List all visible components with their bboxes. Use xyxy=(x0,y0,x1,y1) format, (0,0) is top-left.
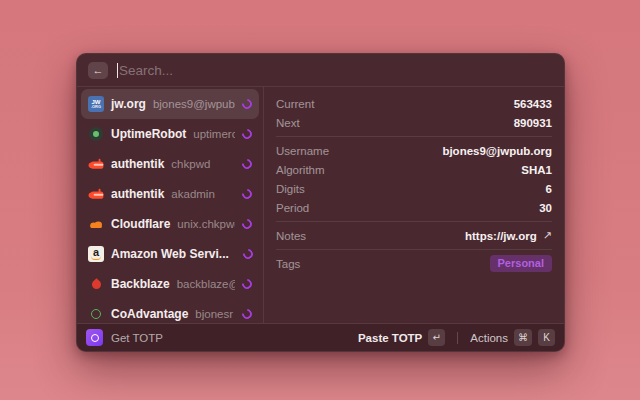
account-subtitle: bjonesr xyxy=(195,308,235,320)
list-item[interactable]: Cloudflareunix.chkpwd... xyxy=(81,209,259,239)
detail-row: Next890931 xyxy=(276,113,552,132)
detail-row: Current563433 xyxy=(276,94,552,113)
account-list: JW.ORGjw.orgbjones9@jwpub.orgUptimeRobot… xyxy=(77,87,264,323)
detail-panel: Current563433Next890931Usernamebjones9@j… xyxy=(264,87,564,323)
account-subtitle: unix.chkpwd... xyxy=(177,218,235,230)
cloudflare-icon xyxy=(88,216,104,232)
actions-menu-button[interactable]: Actions ⌘ K xyxy=(470,329,555,346)
coadvantage-icon xyxy=(88,306,104,322)
detail-value: 890931 xyxy=(514,117,552,129)
content-area: JW.ORGjw.orgbjones9@jwpub.orgUptimeRobot… xyxy=(77,86,564,324)
detail-value: 6 xyxy=(546,183,552,195)
action-footer: Get TOTP Paste TOTP ↵ Actions ⌘ K xyxy=(77,324,564,351)
detail-section: Usernamebjones9@jwpub.orgAlgorithmSHA1Di… xyxy=(276,136,552,221)
totp-countdown-icon xyxy=(240,187,254,201)
tag-badge[interactable]: Personal xyxy=(490,255,552,272)
list-item[interactable]: aAmazon Web Servi...aws1 xyxy=(81,239,259,269)
account-title: Cloudflare xyxy=(111,217,170,231)
account-title: authentik xyxy=(111,157,164,171)
enter-key-icon: ↵ xyxy=(428,329,445,346)
detail-row: TagsPersonal xyxy=(276,254,552,273)
account-subtitle: bjones9@jwpub.org xyxy=(153,98,235,110)
totp-countdown-icon xyxy=(240,127,254,141)
cmd-key-icon: ⌘ xyxy=(514,329,532,346)
list-item[interactable]: authentikchkpwd xyxy=(81,149,259,179)
account-title: Amazon Web Servi... xyxy=(111,247,229,261)
list-item[interactable]: UptimeRobotuptimerobo... xyxy=(81,119,259,149)
account-title: CoAdvantage xyxy=(111,307,188,321)
totp-countdown-icon xyxy=(240,157,254,171)
detail-section: TagsPersonal xyxy=(276,249,552,277)
detail-section: Noteshttps://jw.org↗ xyxy=(276,221,552,249)
totp-app-icon xyxy=(86,329,103,346)
detail-label: Current xyxy=(276,98,314,110)
list-item[interactable]: JW.ORGjw.orgbjones9@jwpub.org xyxy=(81,89,259,119)
detail-row: AlgorithmSHA1 xyxy=(276,160,552,179)
backblaze-icon xyxy=(88,276,104,292)
detail-label: Next xyxy=(276,117,300,129)
detail-label: Algorithm xyxy=(276,164,325,176)
totp-countdown-icon xyxy=(240,307,254,321)
account-title: authentik xyxy=(111,187,164,201)
detail-label: Period xyxy=(276,202,309,214)
footer-divider xyxy=(457,332,458,344)
detail-row: Usernamebjones9@jwpub.org xyxy=(276,141,552,160)
app-label: Get TOTP xyxy=(111,332,163,344)
search-header: ← xyxy=(77,54,564,86)
detail-label: Username xyxy=(276,145,329,157)
arrow-left-icon: ← xyxy=(93,65,104,76)
account-subtitle: uptimerobo... xyxy=(193,128,235,140)
account-title: UptimeRobot xyxy=(111,127,186,141)
paste-totp-action[interactable]: Paste TOTP ↵ xyxy=(358,329,445,346)
account-title: Backblaze xyxy=(111,277,170,291)
actions-label: Actions xyxy=(470,332,508,344)
authentik-icon xyxy=(88,186,104,202)
search-wrap xyxy=(117,63,553,78)
jworg-icon: JW.ORG xyxy=(88,96,104,112)
detail-value-link[interactable]: https://jw.org↗ xyxy=(465,229,552,242)
totp-app-window: ← JW.ORGjw.orgbjones9@jwpub.orgUptimeRob… xyxy=(76,53,565,352)
back-button[interactable]: ← xyxy=(88,62,108,79)
detail-row: Digits6 xyxy=(276,179,552,198)
totp-countdown-icon xyxy=(240,277,254,291)
account-title: jw.org xyxy=(111,97,146,111)
detail-section: Current563433Next890931 xyxy=(276,90,552,136)
external-link-icon: ↗ xyxy=(543,229,552,242)
aws-icon: a xyxy=(88,246,104,262)
detail-label: Notes xyxy=(276,230,306,242)
authentik-icon xyxy=(88,156,104,172)
detail-label: Tags xyxy=(276,258,300,270)
account-subtitle: akadmin xyxy=(171,188,235,200)
list-item[interactable]: CoAdvantagebjonesr xyxy=(81,299,259,323)
detail-row: Period30 xyxy=(276,198,552,217)
list-item[interactable]: Backblazebackblaze@c... xyxy=(81,269,259,299)
uptimerobot-icon xyxy=(88,126,104,142)
detail-value: SHA1 xyxy=(521,164,552,176)
account-subtitle: chkpwd xyxy=(171,158,235,170)
detail-value: 30 xyxy=(539,202,552,214)
detail-value: bjones9@jwpub.org xyxy=(442,145,552,157)
text-caret xyxy=(117,63,118,78)
totp-countdown-icon xyxy=(240,97,254,111)
search-input[interactable] xyxy=(119,63,553,78)
detail-row: Noteshttps://jw.org↗ xyxy=(276,226,552,245)
totp-countdown-icon xyxy=(240,217,254,231)
paste-totp-label: Paste TOTP xyxy=(358,332,422,344)
totp-countdown-icon xyxy=(241,247,255,261)
account-subtitle: backblaze@c... xyxy=(177,278,235,290)
detail-label: Digits xyxy=(276,183,305,195)
list-item[interactable]: authentikakadmin xyxy=(81,179,259,209)
k-key-icon: K xyxy=(538,329,555,346)
detail-value: 563433 xyxy=(514,98,552,110)
